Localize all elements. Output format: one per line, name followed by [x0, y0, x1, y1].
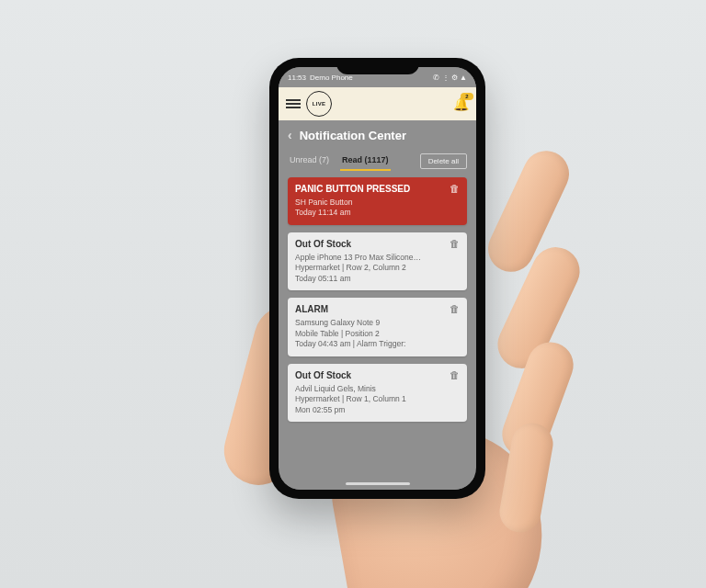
card-line: Hypermarket | Row 2, Column 2 — [295, 263, 460, 273]
delete-all-button[interactable]: Delete all — [420, 153, 467, 169]
notification-card-out-of-stock-2[interactable]: 🗑 Out Of Stock Advil Liquid Gels, Minis … — [288, 364, 467, 422]
card-title: PANIC BUTTON PRESSED — [295, 184, 460, 194]
tab-read[interactable]: Read (1117) — [340, 152, 391, 170]
card-title: Out Of Stock — [295, 239, 460, 249]
notification-bell-icon[interactable]: 🔔 2 — [453, 96, 469, 111]
phone-screen: 11:53 Demo Phone ✆ ⋮ ⚙ ▲ LIVE 🔔 2 ‹ Noti… — [279, 67, 476, 490]
card-title: ALARM — [295, 304, 460, 314]
card-line: SH Panic Button — [295, 198, 460, 208]
phone-frame: 11:53 Demo Phone ✆ ⋮ ⚙ ▲ LIVE 🔔 2 ‹ Noti… — [269, 58, 485, 499]
notification-card-out-of-stock[interactable]: 🗑 Out Of Stock Apple iPhone 13 Pro Max S… — [288, 232, 467, 290]
page-title: Notification Center — [300, 129, 406, 142]
phone-notch — [336, 58, 419, 74]
card-time: Mon 02:55 pm — [295, 405, 460, 415]
hamburger-icon[interactable] — [286, 99, 301, 108]
card-time: Today 05:11 am — [295, 274, 460, 284]
status-icons: ✆ ⋮ ⚙ ▲ — [433, 74, 467, 82]
page-header: ‹ Notification Center Unread (7) Read (1… — [279, 120, 476, 170]
card-line: Hypermarket | Row 1, Column 1 — [295, 394, 460, 404]
trash-icon[interactable]: 🗑 — [450, 183, 460, 194]
app-logo: LIVE — [306, 91, 332, 117]
trash-icon[interactable]: 🗑 — [450, 303, 460, 314]
card-time: Today 04:43 am | Alarm Trigger: — [295, 339, 460, 349]
card-line: Mobile Table | Position 2 — [295, 329, 460, 339]
home-indicator — [279, 477, 476, 490]
notification-list[interactable]: 🗑 PANIC BUTTON PRESSED SH Panic Button T… — [279, 170, 476, 477]
trash-icon[interactable]: 🗑 — [450, 369, 460, 380]
status-time: 11:53 — [288, 74, 306, 82]
notification-card-panic[interactable]: 🗑 PANIC BUTTON PRESSED SH Panic Button T… — [288, 177, 467, 225]
card-line: Advil Liquid Gels, Minis — [295, 384, 460, 394]
back-icon[interactable]: ‹ — [288, 128, 292, 142]
trash-icon[interactable]: 🗑 — [450, 238, 460, 249]
card-line: Apple iPhone 13 Pro Max Silicone… — [295, 253, 460, 263]
card-title: Out Of Stock — [295, 370, 460, 380]
app-bar: LIVE 🔔 2 — [279, 87, 476, 120]
tab-unread[interactable]: Unread (7) — [288, 152, 331, 170]
card-time: Today 11:14 am — [295, 208, 460, 218]
card-line: Samsung Galaxy Note 9 — [295, 318, 460, 328]
notification-badge: 2 — [461, 93, 473, 100]
notification-card-alarm[interactable]: 🗑 ALARM Samsung Galaxy Note 9 Mobile Tab… — [288, 298, 467, 356]
